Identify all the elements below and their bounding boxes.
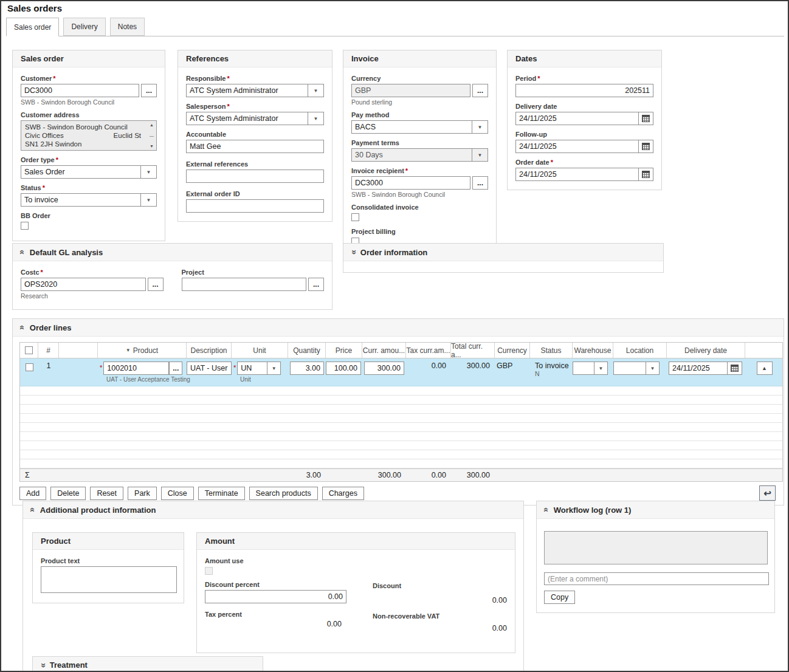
responsible-select[interactable]: ATC System Administrator ▼ (186, 84, 324, 97)
select-all-checkbox[interactable] (25, 346, 33, 354)
chevron-down-icon[interactable]: ▼ (267, 362, 280, 374)
return-button[interactable]: ↩ (759, 485, 776, 501)
currency-label: Currency (351, 75, 488, 82)
chevron-down-icon[interactable]: ▼ (140, 166, 156, 178)
follow-up-input[interactable] (516, 140, 638, 153)
add-button[interactable]: Add (19, 487, 46, 500)
row-description-input[interactable] (187, 362, 232, 375)
invoice-recipient-label: Invoice recipient (351, 167, 488, 174)
ellipsis-icon: ... (173, 364, 179, 372)
order-date-picker-button[interactable] (638, 168, 653, 180)
tab-notes[interactable]: Notes (110, 18, 145, 36)
customer-address-text: SWB - Swindon Borough Council Civic Offi… (21, 121, 147, 150)
close-button[interactable]: Close (161, 487, 194, 500)
costc-lookup-button[interactable]: ... (148, 278, 164, 291)
charges-button[interactable]: Charges (322, 487, 364, 500)
row-product-lookup-button[interactable]: ... (169, 362, 182, 375)
delete-button[interactable]: Delete (50, 487, 86, 500)
tax-percent-value: 0.00 (205, 620, 342, 628)
order-information-title: Order information (360, 248, 428, 257)
reset-button[interactable]: Reset (90, 487, 123, 500)
copy-button[interactable]: Copy (544, 591, 575, 604)
workflow-log-title: Workflow log (row 1) (554, 506, 632, 515)
chevron-down-icon[interactable]: ▼ (646, 362, 659, 374)
panel-invoice-title: Invoice (343, 50, 496, 67)
park-button[interactable]: Park (128, 487, 157, 500)
chevron-down-icon[interactable]: ▼ (140, 194, 156, 206)
invoice-recipient-input[interactable] (351, 176, 470, 190)
bb-order-label: BB Order (21, 212, 157, 219)
chevron-down-icon[interactable]: ▼ (308, 112, 323, 125)
delivery-date-picker-button[interactable] (638, 112, 653, 125)
tab-sales-order[interactable]: Sales order (6, 18, 59, 36)
workflow-comment-input[interactable] (544, 572, 769, 585)
product-text-area[interactable] (41, 566, 177, 593)
table-row[interactable]: 1 * ... UAT - User Acceptance Testing (20, 358, 782, 386)
table-row-empty (20, 441, 782, 450)
order-type-select[interactable]: Sales Order ▼ (21, 165, 157, 179)
project-lookup-button[interactable]: ... (308, 278, 324, 291)
row-warehouse-select[interactable]: ▼ (573, 362, 608, 375)
delivery-date-field[interactable] (515, 112, 653, 125)
tax-percent-label: Tax percent (205, 611, 364, 618)
external-order-id-label: External order ID (186, 190, 324, 197)
customer-input[interactable] (21, 84, 139, 97)
row-delivery-date-input[interactable] (669, 362, 727, 374)
row-price-input[interactable] (326, 362, 361, 375)
row-checkbox[interactable] (26, 363, 33, 371)
expand-icon[interactable]: « (38, 663, 47, 668)
external-order-id-input[interactable] (186, 199, 324, 213)
project-input[interactable] (182, 278, 307, 291)
table-header-row: # ▼Product Description Unit Quantity Pri… (20, 343, 782, 358)
row-product-input[interactable] (103, 362, 169, 375)
pay-method-select[interactable]: BACS ▼ (351, 120, 488, 134)
search-products-button[interactable]: Search products (249, 487, 318, 500)
terminate-button[interactable]: Terminate (198, 487, 245, 500)
chevron-down-icon[interactable]: ▼ (594, 362, 607, 374)
row-collapse-button[interactable]: ▲ (757, 362, 773, 375)
period-input[interactable] (515, 84, 653, 97)
col-header-status: Status (530, 343, 573, 358)
consolidated-invoice-checkbox[interactable] (351, 213, 359, 221)
follow-up-picker-button[interactable] (638, 140, 653, 153)
collapse-icon[interactable]: « (29, 507, 37, 512)
discount-label: Discount (373, 582, 507, 589)
tab-delivery[interactable]: Delivery (63, 18, 105, 36)
row-delivery-date-field[interactable] (669, 362, 742, 375)
required-mark: * (233, 364, 236, 375)
scroll-down-icon[interactable]: ▼ (150, 144, 154, 148)
collapse-icon[interactable]: « (18, 250, 27, 255)
row-quantity-input[interactable] (290, 362, 324, 375)
scroll-thumb[interactable]: — (150, 134, 154, 138)
row-location-select[interactable]: ▼ (613, 362, 660, 375)
external-references-input[interactable] (186, 170, 324, 183)
col-header-product[interactable]: ▼Product (98, 343, 187, 358)
row-curr-amount-input[interactable] (364, 362, 404, 375)
collapse-icon[interactable]: « (18, 325, 27, 330)
order-date-field[interactable] (515, 168, 653, 181)
delivery-date-input[interactable] (516, 112, 638, 125)
chevron-down-icon[interactable]: ▼ (472, 121, 488, 133)
collapse-icon[interactable]: « (542, 507, 551, 512)
discount-percent-input[interactable] (205, 590, 346, 603)
customer-address-box[interactable]: SWB - Swindon Borough Council Civic Offi… (21, 120, 157, 151)
bb-order-checkbox[interactable] (21, 222, 29, 230)
salesperson-select[interactable]: ATC System Administrator ▼ (186, 112, 324, 125)
status-select[interactable]: To invoice ▼ (21, 193, 157, 207)
scroll-up-icon[interactable]: ▲ (150, 123, 154, 127)
customer-lookup-button[interactable]: ... (141, 84, 157, 97)
subpanel-amount: Amount Amount use Discount percent (196, 532, 515, 653)
filter-icon[interactable]: ▼ (126, 348, 131, 353)
order-date-input[interactable] (516, 168, 638, 180)
address-scrollbar[interactable]: ▲ — ▼ (147, 121, 156, 150)
currency-lookup-button[interactable]: ... (472, 84, 488, 97)
expand-icon[interactable]: « (349, 250, 357, 255)
pay-method-label: Pay method (351, 111, 488, 118)
accountable-input[interactable] (186, 140, 324, 153)
row-unit-select[interactable]: UN ▼ (237, 362, 281, 375)
costc-input[interactable] (21, 278, 146, 291)
follow-up-field[interactable] (515, 140, 653, 153)
chevron-down-icon[interactable]: ▼ (308, 84, 323, 97)
row-delivery-date-picker-button[interactable] (727, 362, 742, 374)
invoice-recipient-lookup-button[interactable]: ... (472, 176, 488, 190)
